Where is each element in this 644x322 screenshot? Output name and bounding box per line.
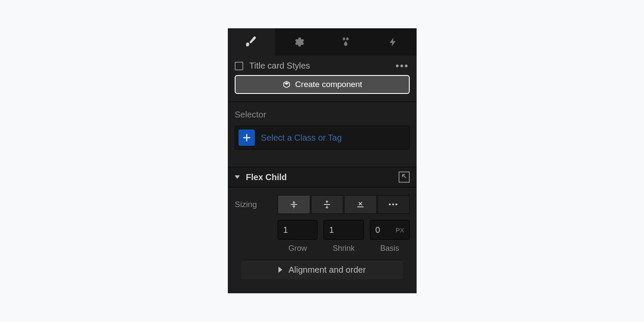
alignment-and-order-toggle[interactable]: Alignment and order bbox=[242, 260, 403, 279]
element-name: Title card Styles bbox=[249, 61, 395, 71]
flex-child-section: Flex Child Sizing bbox=[228, 167, 417, 279]
flex-shrink-icon bbox=[289, 200, 299, 209]
element-type-icon bbox=[235, 62, 243, 70]
create-component-label: Create component bbox=[295, 80, 362, 89]
tab-effects[interactable] bbox=[322, 28, 369, 56]
sizing-segmented: ••• bbox=[278, 195, 410, 214]
sizing-shrink-button[interactable] bbox=[278, 195, 310, 214]
focus-parent-button[interactable] bbox=[399, 172, 410, 183]
tab-style[interactable] bbox=[228, 28, 275, 56]
plus-icon bbox=[242, 133, 251, 142]
more-icon: ••• bbox=[389, 201, 399, 208]
chevron-right-icon bbox=[278, 267, 282, 273]
gear-icon bbox=[293, 36, 305, 48]
sizing-more-button[interactable]: ••• bbox=[378, 195, 410, 214]
sizing-grow-button[interactable] bbox=[311, 195, 344, 214]
flex-child-title: Flex Child bbox=[246, 172, 399, 182]
alignment-label: Alignment and order bbox=[288, 265, 366, 275]
flex-grow-input[interactable]: 1 bbox=[278, 220, 317, 240]
lightning-icon bbox=[388, 37, 398, 47]
flex-basis-unit[interactable]: PX bbox=[396, 226, 404, 234]
style-panel: Title card Styles ••• Create component S… bbox=[228, 28, 417, 293]
add-class-button[interactable] bbox=[239, 129, 255, 146]
element-more-button[interactable]: ••• bbox=[395, 63, 410, 69]
create-component-button[interactable]: Create component bbox=[235, 75, 410, 94]
basis-label: Basis bbox=[370, 244, 410, 253]
shrink-label: Shrink bbox=[324, 244, 363, 253]
selector-placeholder: Select a Class or Tag bbox=[261, 133, 342, 143]
flex-grow-icon bbox=[322, 200, 332, 209]
tab-settings[interactable] bbox=[275, 28, 322, 56]
selector-input[interactable]: Select a Class or Tag bbox=[235, 126, 410, 150]
chevron-down-icon bbox=[235, 175, 240, 179]
flex-child-header[interactable]: Flex Child bbox=[228, 167, 417, 187]
droplets-icon bbox=[340, 36, 352, 48]
selector-label: Selector bbox=[235, 110, 410, 120]
tab-interactions[interactable] bbox=[369, 28, 417, 56]
flex-child-body: Sizing ••• 1 bbox=[228, 187, 417, 279]
create-component-wrap: Create component bbox=[228, 75, 417, 102]
flex-none-icon bbox=[356, 200, 365, 209]
selector-section: Selector Select a Class or Tag bbox=[228, 102, 417, 167]
cube-icon bbox=[282, 80, 291, 89]
sizing-none-button[interactable] bbox=[344, 195, 377, 214]
element-header: Title card Styles ••• bbox=[228, 56, 417, 75]
grow-label: Grow bbox=[278, 244, 317, 253]
flex-basis-input[interactable]: 0PX bbox=[370, 220, 410, 240]
sizing-label: Sizing bbox=[235, 200, 278, 209]
brush-icon bbox=[245, 36, 258, 48]
flex-shrink-input[interactable]: 1 bbox=[324, 220, 363, 240]
panel-tabs bbox=[228, 28, 417, 56]
